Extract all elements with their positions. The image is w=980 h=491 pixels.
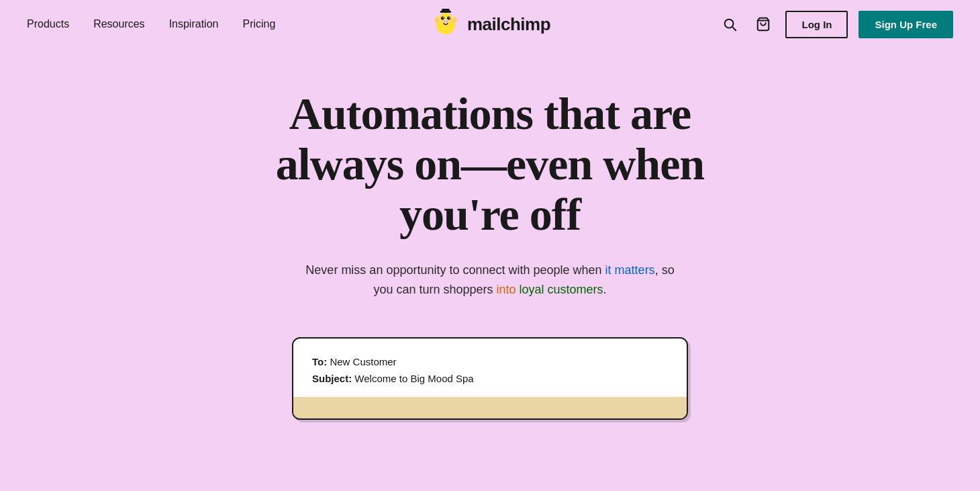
email-subject-line: Subject: Welcome to Big Mood Spa — [312, 370, 668, 388]
cart-icon — [756, 17, 771, 32]
email-card: To: New Customer Subject: Welcome to Big… — [292, 337, 688, 420]
nav-item-inspiration[interactable]: Inspiration — [169, 18, 219, 30]
svg-point-11 — [444, 21, 445, 22]
email-header: To: New Customer Subject: Welcome to Big… — [312, 353, 668, 388]
svg-line-16 — [733, 27, 736, 30]
login-button[interactable]: Log In — [785, 11, 848, 38]
nav-item-resources[interactable]: Resources — [93, 18, 144, 30]
search-icon — [722, 17, 737, 32]
nav-right: Log In Sign Up Free — [718, 11, 953, 38]
email-to-line: To: New Customer — [312, 353, 668, 371]
logo-text: mailchimp — [467, 14, 550, 35]
svg-point-5 — [452, 18, 456, 23]
nav-left: Products Resources Inspiration Pricing — [27, 18, 275, 30]
svg-point-12 — [446, 21, 448, 22]
signup-button[interactable]: Sign Up Free — [859, 11, 953, 38]
subtitle-highlight-green: loyal customers — [520, 283, 603, 296]
hero-subtitle: Never miss an opportunity to connect wit… — [302, 261, 678, 300]
email-body-strip — [293, 397, 687, 418]
hero-section: Automations that are always on—even when… — [0, 48, 980, 447]
cart-button[interactable] — [752, 13, 775, 36]
email-preview-container: To: New Customer Subject: Welcome to Big… — [0, 337, 980, 420]
nav-item-products[interactable]: Products — [27, 18, 69, 30]
navbar: Products Resources Inspiration Pricing — [0, 0, 980, 48]
hero-title: Automations that are always on—even when… — [248, 89, 732, 239]
search-button[interactable] — [718, 13, 741, 36]
nav-item-pricing[interactable]: Pricing — [242, 18, 275, 30]
svg-point-9 — [448, 17, 450, 19]
svg-point-8 — [442, 17, 444, 19]
subtitle-highlight-blue: it matters — [605, 263, 655, 277]
svg-point-4 — [435, 18, 438, 23]
logo-container[interactable]: mailchimp — [430, 8, 550, 40]
subtitle-highlight-orange: into — [497, 283, 516, 296]
mailchimp-logo-icon — [430, 8, 462, 40]
svg-rect-14 — [442, 9, 450, 13]
